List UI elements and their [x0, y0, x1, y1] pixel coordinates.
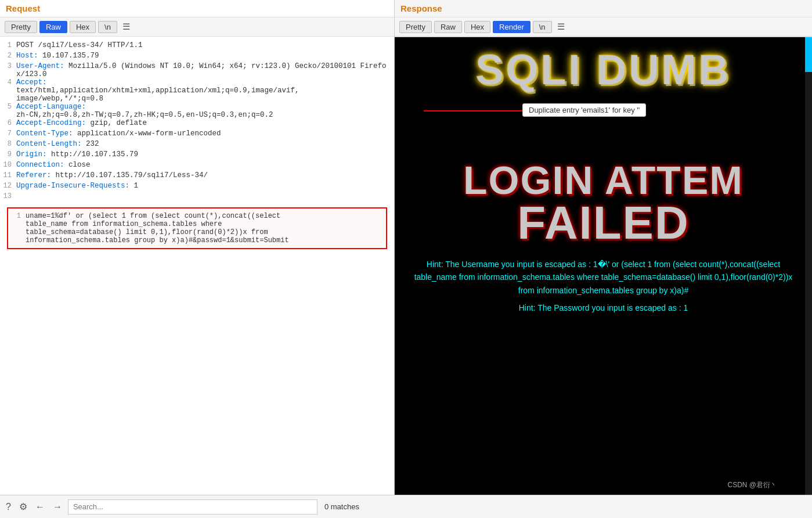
response-content: SQLI DUMB Duplicate entry 'emails1' for … [395, 37, 812, 495]
bottom-bar: ? ⚙ ← → 0 matches [0, 495, 812, 518]
response-panel: Response Pretty Raw Hex Render \n ☰ SQLI… [395, 0, 812, 495]
request-toolbar: Pretty Raw Hex \n ☰ [0, 17, 394, 37]
hint1-text: Hint: The Username you input is escaped … [412, 258, 795, 297]
code-line-4: 4 Accept: text/html,application/xhtml+xm… [2, 78, 392, 103]
error-bubble: Duplicate entry 'emails1' for key '' [522, 103, 646, 117]
code-line-6: 6 Accept-Encoding: gzip, deflate [2, 119, 392, 130]
code-line-9: 9 Origin: http://10.107.135.79 [2, 150, 392, 161]
response-newline-button[interactable]: \n [533, 21, 552, 33]
code-line-5: 5 Accept-Language: zh-CN,zh;q=0.8,zh-TW;… [2, 103, 392, 119]
request-code-area[interactable]: 1 POST /sqli7/Less-34/ HTTP/1.1 2 Host: … [0, 37, 394, 495]
match-count: 0 matches [324, 502, 359, 511]
response-menu-icon[interactable]: ☰ [554, 20, 568, 33]
response-toolbar: Pretty Raw Hex Render \n ☰ [395, 17, 812, 37]
response-title: Response [395, 0, 812, 17]
response-raw-button[interactable]: Raw [434, 21, 462, 33]
payload-highlight-box: 1 uname=1%df' or (select 1 from (select … [7, 207, 387, 249]
scrollbar-thumb[interactable] [805, 37, 812, 72]
newline-button[interactable]: \n [98, 21, 117, 33]
hint-section: Hint: The Username you input is escaped … [395, 246, 812, 321]
response-scrollbar[interactable] [805, 37, 812, 495]
response-render-button[interactable]: Render [493, 21, 530, 33]
help-icon-button[interactable]: ? [3, 501, 13, 513]
code-line-8: 8 Content-Length: 232 [2, 140, 392, 150]
response-pretty-button[interactable]: Pretty [399, 21, 432, 33]
code-line-13: 13 [2, 192, 392, 203]
code-line-12: 12 Upgrade-Insecure-Requests: 1 [2, 182, 392, 192]
hex-button[interactable]: Hex [70, 21, 96, 33]
code-line-1: 1 POST /sqli7/Less-34/ HTTP/1.1 [2, 41, 392, 52]
response-hex-button[interactable]: Hex [464, 21, 490, 33]
login-attempt-text: LOGIN ATTEM [395, 160, 812, 200]
sqli-dumb-title: SQLI DUMB [395, 37, 812, 91]
code-line-7: 7 Content-Type: application/x-www-form-u… [2, 130, 392, 140]
code-line-3: 3 User-Agent: Mozilla/5.0 (Windows NT 10… [2, 62, 392, 78]
menu-icon[interactable]: ☰ [120, 20, 133, 33]
forward-icon-button[interactable]: → [50, 501, 64, 513]
settings-icon-button[interactable]: ⚙ [17, 500, 30, 513]
watermark: CSDN @君衍丶 [727, 480, 777, 490]
back-icon-button[interactable]: ← [33, 501, 47, 513]
login-failed-text: FAILED [395, 200, 812, 246]
payload-code: uname=1%df' or (select 1 from (select co… [26, 212, 289, 244]
hint2-text: Hint: The Password you input is escaped … [412, 301, 795, 314]
login-failed-section: LOGIN ATTEM FAILED [395, 160, 812, 246]
request-title: Request [0, 0, 394, 17]
code-line-10: 10 Connection: close [2, 161, 392, 171]
request-panel: Request Pretty Raw Hex \n ☰ 1 POST /sqli… [0, 0, 395, 495]
pretty-button[interactable]: Pretty [5, 21, 37, 33]
search-input[interactable] [68, 499, 317, 515]
raw-button[interactable]: Raw [39, 21, 67, 33]
code-line-11: 11 Referer: http://10.107.135.79/sqli7/L… [2, 171, 392, 182]
code-line-2: 2 Host: 10.107.135.79 [2, 52, 392, 62]
